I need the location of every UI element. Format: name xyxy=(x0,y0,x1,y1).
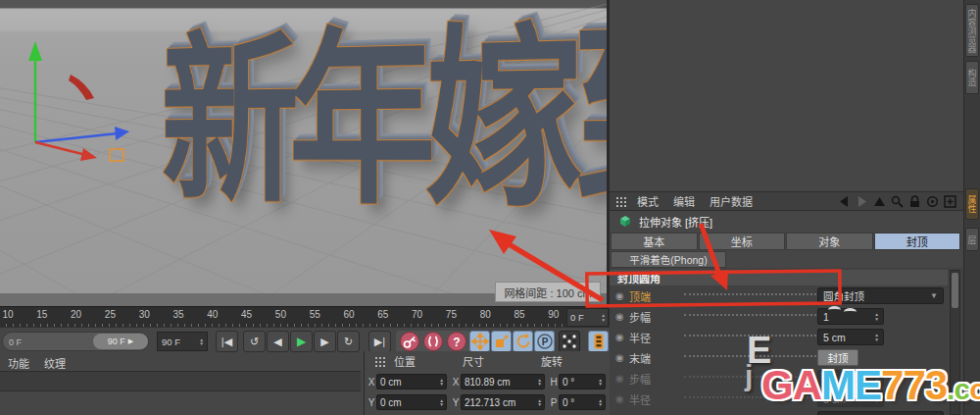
layer-strip-button[interactable] xyxy=(588,331,609,352)
value-stepper[interactable]: ▴▾ xyxy=(538,398,541,407)
coordinate-field[interactable]: 0 °▴▾ xyxy=(559,374,606,389)
play-cycle-button[interactable]: ↻ xyxy=(337,331,360,352)
attr-field-dropdown[interactable]: 圆角封顶▼ xyxy=(817,287,944,304)
tab-phong-shading[interactable]: 平滑着色(Phong) xyxy=(611,251,726,268)
value-stepper[interactable]: ▴▾ xyxy=(875,333,878,341)
end-frame-stepper[interactable]: ▴▾ xyxy=(200,337,203,346)
coordinates-header: 位置 尺寸 旋转 xyxy=(365,354,563,368)
coordinate-field[interactable]: 0 cm▴▾ xyxy=(376,374,447,389)
value-stepper[interactable]: ▴▾ xyxy=(599,378,602,387)
range-end-handle[interactable]: 90 F ▶ xyxy=(93,334,148,349)
grid-spacing-label: 网格间距 : 100 cm xyxy=(495,282,601,302)
animate-circle-icon[interactable]: ◉ xyxy=(615,373,629,384)
value-stepper[interactable]: ▴▾ xyxy=(440,378,443,387)
tab-坐标[interactable]: 坐标 xyxy=(699,233,786,250)
coordinates-row: X0 cm▴▾X810.89 cm▴▾H0 °▴▾ xyxy=(367,373,610,390)
ruler-tick-25: 25 xyxy=(105,309,116,320)
go-to-start-button[interactable]: |◀ xyxy=(216,331,238,352)
timeline-ruler[interactable]: 1015202530354045505560657075808590 0 F ▴… xyxy=(0,306,610,327)
rotate-tool-button[interactable] xyxy=(513,331,533,352)
coordinate-value: 0 cm xyxy=(380,377,402,388)
previous-frame-button[interactable]: ◀ xyxy=(267,331,289,352)
snap-settings-button[interactable] xyxy=(559,331,580,352)
dock-tab-属性[interactable]: 属性 xyxy=(965,188,979,220)
scale-tool-button[interactable] xyxy=(491,331,512,352)
logo-letter-E: E xyxy=(855,363,881,408)
dock-tab-内容浏览器[interactable]: 内容浏览器 xyxy=(965,4,979,57)
play-backward-button[interactable]: ↺ xyxy=(243,331,266,352)
coordinate-field[interactable]: 0 cm▴▾ xyxy=(376,394,447,410)
axis-label: X xyxy=(451,377,461,388)
tab-封顶[interactable]: 封顶 xyxy=(874,233,961,250)
coordinate-field[interactable]: 0 °▴▾ xyxy=(559,394,606,410)
value-stepper[interactable]: ▴▾ xyxy=(599,398,602,407)
tab-对象[interactable]: 对象 xyxy=(786,233,873,250)
keyframe-options-button[interactable]: ? xyxy=(447,332,466,351)
lock-icon[interactable] xyxy=(907,194,922,209)
value-stepper[interactable]: ▴▾ xyxy=(875,312,878,321)
attr-row-顶端: ◉顶端圆角封顶▼ xyxy=(610,285,948,306)
tab-基本[interactable]: 基本 xyxy=(611,233,698,250)
coordinate-value: 810.89 cm xyxy=(465,377,511,388)
add-panel-icon[interactable] xyxy=(943,194,957,209)
back-arrow-icon[interactable] xyxy=(837,194,852,209)
coordinate-value: 0 ° xyxy=(563,397,574,408)
frame-stepper[interactable]: ▴▾ xyxy=(602,313,605,322)
watermark-arc xyxy=(828,306,841,314)
attr-label: 半径 xyxy=(629,391,678,407)
panel-grip-icon[interactable] xyxy=(374,356,386,367)
attr-field-spin[interactable]: 5 cm▴▾ xyxy=(817,329,884,345)
attr-label: 圆角类型 xyxy=(629,412,678,415)
go-to-end-button[interactable]: ▶| xyxy=(368,331,391,352)
menu-edit[interactable]: 编辑 xyxy=(673,193,695,209)
material-empty-area[interactable] xyxy=(0,390,361,415)
timeline-ruler-ticks: 1015202530354045505560657075808590 xyxy=(0,307,564,328)
play-button[interactable]: ▶ xyxy=(290,331,313,352)
coordinate-field[interactable]: 212.713 cm▴▾ xyxy=(461,394,545,410)
animate-circle-icon[interactable]: ◉ xyxy=(615,311,629,322)
end-frame-field[interactable]: 90 F ▴▾ xyxy=(157,332,208,351)
menu-user-data[interactable]: 用户数据 xyxy=(710,193,753,209)
coordinate-system-button[interactable]: P xyxy=(534,331,555,352)
attr-label: 步幅 xyxy=(629,309,678,325)
axis-label: X xyxy=(367,377,376,388)
attr-field-value: 圆角封顶 xyxy=(823,288,864,303)
autokey-button[interactable] xyxy=(423,332,443,351)
3d-viewport[interactable]: 新年嫁到 网格间距 : 100 cm xyxy=(0,0,608,306)
range-start-label: 0 F xyxy=(9,337,22,347)
animate-circle-icon[interactable]: ◉ xyxy=(615,332,629,342)
ruler-tick-65: 65 xyxy=(377,309,388,320)
attr-row-半径: ◉半径5 cm▴▾ xyxy=(610,327,948,347)
coordinate-field[interactable]: 810.89 cm▴▾ xyxy=(461,374,545,389)
next-frame-button[interactable]: ▶ xyxy=(314,331,336,352)
move-tool-button[interactable] xyxy=(469,331,490,352)
animate-circle-icon[interactable]: ◉ xyxy=(615,290,629,301)
materials-menu-功能[interactable]: 功能 xyxy=(8,355,29,371)
menu-mode[interactable]: 模式 xyxy=(637,193,659,209)
value-stepper[interactable]: ▴▾ xyxy=(538,378,541,387)
record-keyframe-button[interactable] xyxy=(400,332,419,351)
logo-letter-7: 7 xyxy=(881,363,903,408)
attr-field-value: 1 xyxy=(823,311,829,323)
up-arrow-icon[interactable] xyxy=(872,194,887,209)
dock-tab-层[interactable]: 层 xyxy=(965,228,979,251)
animate-circle-icon[interactable]: ◉ xyxy=(615,352,629,363)
ruler-tick-10: 10 xyxy=(2,309,13,320)
attr-label: 半径 xyxy=(629,330,678,345)
animate-circle-icon[interactable]: ◉ xyxy=(615,393,629,404)
axis-gizmo[interactable] xyxy=(0,0,196,196)
value-stepper[interactable]: ▴▾ xyxy=(440,398,443,407)
current-frame-field[interactable]: 0 F ▴▾ xyxy=(566,308,609,327)
search-icon[interactable] xyxy=(890,194,905,209)
scrollbar-thumb[interactable] xyxy=(952,273,958,308)
timeline-range-slider[interactable]: 0 F 90 F ▶ xyxy=(2,332,149,351)
coordinate-value: 0 ° xyxy=(563,377,574,388)
ruler-tick-70: 70 xyxy=(412,309,422,320)
forward-arrow-icon[interactable] xyxy=(855,194,869,209)
section-header-caps-fillet: 封顶圆角 xyxy=(610,270,948,285)
panel-grip-icon[interactable] xyxy=(615,196,627,207)
dotted-leader xyxy=(684,293,816,295)
target-icon[interactable] xyxy=(925,194,940,209)
dock-tab-构造[interactable]: 构造 xyxy=(965,61,979,94)
materials-menu-纹理[interactable]: 纹理 xyxy=(44,355,66,371)
